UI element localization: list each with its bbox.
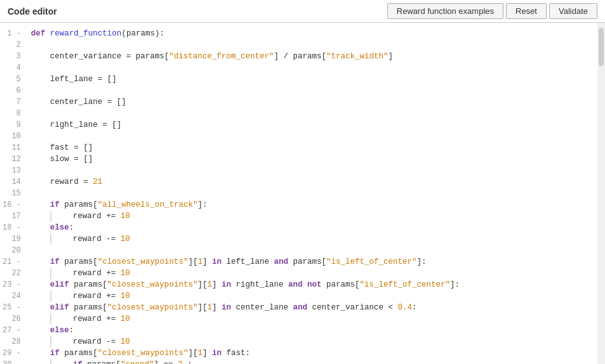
code-line-11: fast = [] (31, 142, 592, 153)
code-line-10 (31, 131, 592, 142)
code-line-5: left_lane = [] (31, 74, 592, 85)
ln-14: 14 (0, 176, 25, 188)
ln-10: 10 (0, 131, 25, 142)
ln-3: 3 (0, 51, 25, 62)
code-line-27: else: (31, 325, 592, 336)
line-numbers: 1 - 2 3 4 5 6 7 8 9 10 11 12 13 14 15 16… (0, 23, 25, 364)
code-line-22: reward += 10 (31, 268, 592, 279)
reward-examples-button[interactable]: Reward function examples (387, 3, 503, 19)
code-line-28: reward -= 10 (31, 336, 592, 348)
ln-26: 26 (0, 313, 25, 325)
ln-17: 17 (0, 211, 25, 222)
code-line-17: reward += 10 (31, 211, 592, 222)
ln-18: 18 - (0, 222, 25, 233)
code-line-7: center_lane = [] (31, 96, 592, 108)
ln-19: 19 (0, 233, 25, 245)
code-line-20 (31, 245, 592, 256)
ln-28: 28 (0, 336, 25, 348)
ln-15: 15 (0, 188, 25, 199)
ln-20: 20 (0, 245, 25, 256)
ln-1: 1 - (0, 28, 25, 39)
ln-7: 7 (0, 96, 25, 108)
ln-23: 23 - (0, 279, 25, 290)
code-line-14: reward = 21 (31, 176, 592, 188)
code-line-18: else: (31, 222, 592, 233)
code-line-19: reward -= 10 (31, 233, 592, 245)
reset-button[interactable]: Reset (506, 3, 547, 19)
code-line-16: if params["all_wheels_on_track"]: (31, 199, 592, 211)
code-line-2 (31, 39, 592, 51)
code-line-15 (31, 188, 592, 199)
code-line-8 (31, 108, 592, 119)
ln-29: 29 - (0, 348, 25, 359)
ln-12: 12 (0, 153, 25, 165)
code-line-26: reward += 10 (31, 313, 592, 325)
code-line-13 (31, 165, 592, 176)
scrollbar-thumb[interactable] (599, 28, 604, 66)
code-editor: 1 - 2 3 4 5 6 7 8 9 10 11 12 13 14 15 16… (0, 23, 605, 364)
ln-16: 16 - (0, 199, 25, 211)
code-line-23: elif params["closest_waypoints"][1] in r… (31, 279, 592, 290)
ln-5: 5 (0, 74, 25, 85)
header-buttons: Reward function examples Reset Validate (387, 3, 597, 19)
ln-30: 30 - (0, 359, 25, 364)
ln-13: 13 (0, 165, 25, 176)
code-line-4 (31, 62, 592, 74)
code-line-3: center_variance = params["distance_from_… (31, 51, 592, 62)
code-line-6 (31, 85, 592, 96)
ln-8: 8 (0, 108, 25, 119)
vertical-scrollbar[interactable] (597, 23, 605, 364)
code-line-1: def reward_function(params): (31, 28, 592, 39)
ln-24: 24 (0, 290, 25, 302)
ln-6: 6 (0, 85, 25, 96)
ln-25: 25 - (0, 302, 25, 313)
code-line-29: if params["closest_waypoints"][1] in fas… (31, 348, 592, 359)
editor-title: Code editor (8, 6, 57, 16)
code-line-24: reward += 10 (31, 290, 592, 302)
header: Code editor Reward function examples Res… (0, 0, 605, 23)
code-line-9: right_lane = [] (31, 119, 592, 131)
ln-2: 2 (0, 39, 25, 51)
code-content[interactable]: def reward_function(params): center_vari… (25, 23, 597, 364)
ln-11: 11 (0, 142, 25, 153)
code-line-21: if params["closest_waypoints"][1] in lef… (31, 256, 592, 268)
code-line-25: elif params["closest_waypoints"][1] in c… (31, 302, 592, 313)
ln-21: 21 - (0, 256, 25, 268)
code-line-30: if params["speed"] == 2 : (31, 359, 592, 364)
ln-27: 27 - (0, 325, 25, 336)
code-line-12: slow = [] (31, 153, 592, 165)
ln-22: 22 (0, 268, 25, 279)
validate-button[interactable]: Validate (549, 3, 597, 19)
ln-4: 4 (0, 62, 25, 74)
ln-9: 9 (0, 119, 25, 131)
